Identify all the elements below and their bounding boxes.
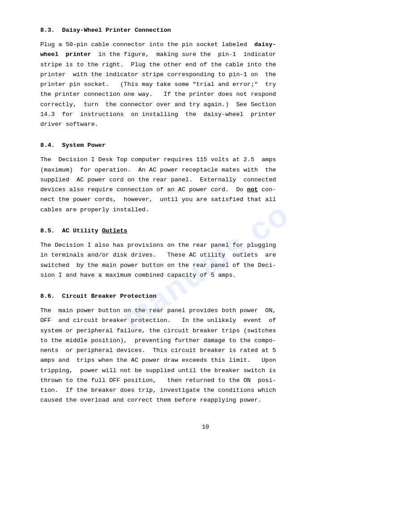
section-title-printer-connection: Printer Connection bbox=[106, 27, 171, 34]
section-number-8-6: 8.6. bbox=[40, 293, 62, 300]
section-8-5-body: The Decision I also has provisions on th… bbox=[40, 240, 371, 280]
section-heading-8-5: 8.5. AC Utility Outlets bbox=[40, 227, 371, 234]
section-title-daisy: Daisy-Wheel bbox=[62, 27, 102, 34]
section-number-8-5: 8.5. bbox=[40, 227, 62, 234]
section-number-8-4: 8.4. bbox=[40, 142, 62, 149]
section-title-ac-utility: AC Utility Outlets bbox=[62, 227, 128, 234]
section-heading-8-3: 8.3. Daisy-Wheel Printer Connection bbox=[40, 27, 371, 34]
section-8-6-body: The main power button on the rear panel … bbox=[40, 306, 371, 406]
section-8-3: 8.3. Daisy-Wheel Printer Connection Plug… bbox=[40, 27, 371, 129]
section-heading-8-6: 8.6. Circuit Breaker Protection bbox=[40, 293, 371, 300]
page-number: 10 bbox=[40, 424, 371, 430]
section-8-5: 8.5. AC Utility Outlets The Decision I a… bbox=[40, 227, 371, 280]
page: manuals.co 8.3. Daisy-Wheel Printer Conn… bbox=[0, 0, 411, 532]
section-heading-8-4: 8.4. System Power bbox=[40, 142, 371, 149]
section-8-3-body: Plug a 50-pin cable connector into the p… bbox=[40, 40, 371, 129]
section-8-4-body: The Decision I Desk Top computer require… bbox=[40, 155, 371, 215]
section-title-circuit-breaker: Circuit Breaker Protection bbox=[62, 293, 157, 300]
section-8-6: 8.6. Circuit Breaker Protection The main… bbox=[40, 293, 371, 406]
section-number-8-3: 8.3. bbox=[40, 27, 62, 34]
section-8-4: 8.4. System Power The Decision I Desk To… bbox=[40, 142, 371, 215]
section-title-system-power: System Power bbox=[62, 142, 106, 149]
